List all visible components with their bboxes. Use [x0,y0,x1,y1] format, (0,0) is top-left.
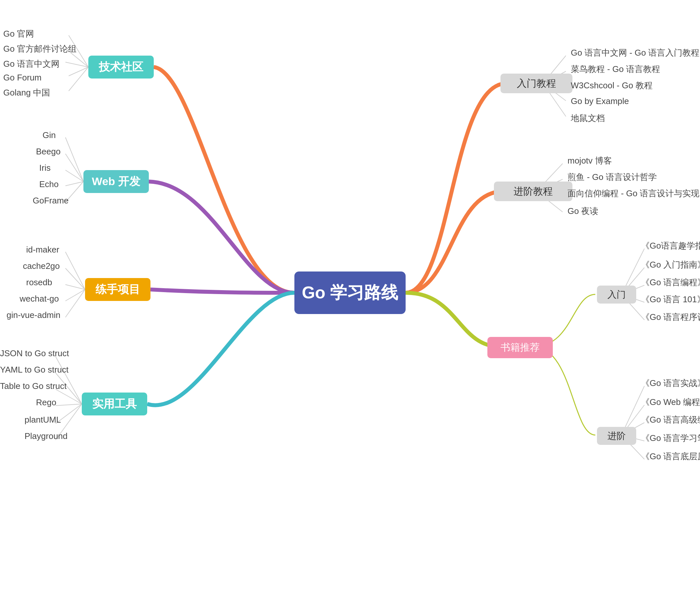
category-lianshi[interactable]: 练手项目 [85,278,151,301]
category-web[interactable]: Web 开发 [83,170,149,193]
shiyong-item-3: Rego [36,397,56,407]
shujian-rumen-4: 《Go 语言程序设计》 [641,311,700,323]
lianshi-item-4: gin-vue-admin [7,310,61,320]
shujian-jinjie-4: 《Go 语言底层原理剖析》 [641,451,700,462]
lianshi-item-1: cache2go [23,261,60,271]
jinjie-teach-item-3: Go 夜读 [568,206,598,217]
shiyong-item-1: YAML to Go struct [0,365,69,375]
lianshi-item-2: rosedb [26,277,52,288]
svg-line-18 [56,404,82,406]
shiyong-item-4: plantUML [25,415,61,425]
shujian-jinjie-label: 进阶 [597,427,636,445]
svg-line-7 [65,170,83,182]
web-item-1: Beego [36,146,61,157]
rumen-item-3: Go by Example [571,96,629,106]
shujian-rumen-3: 《Go 语言 101》 [641,294,700,305]
node-shujian[interactable]: 书籍推荐 [488,337,553,358]
jinjie-teach-item-1: 煎鱼 - Go 语言设计哲学 [568,171,657,183]
shiyong-item-2: Table to Go struct [0,381,67,391]
shujian-rumen-0: 《Go语言趣学指南》 [641,240,700,251]
shujian-jinjie-3: 《Go 语言学习笔记》 [641,432,700,444]
jinjie-teach-item-2: 面向信仰编程 - Go 语言设计与实现 [568,188,699,199]
svg-line-6 [65,154,83,182]
svg-line-13 [65,289,85,301]
shujian-jinjie-2: 《Go 语言高级编程》 [641,414,700,426]
lianshi-item-3: wechat-go [20,294,59,304]
node-jinjie-teach[interactable]: 进阶教程 [494,182,572,201]
svg-line-4 [69,67,88,91]
jishu-item-3: Go Forum [3,73,41,83]
svg-line-3 [69,67,88,76]
jishu-item-1: Go 官方邮件讨论组 [3,43,77,55]
shujian-rumen-2: 《Go 语言编程》 [641,277,700,288]
jishu-item-4: Golang 中国 [3,87,50,99]
web-item-4: GoFrame [33,196,69,206]
jinjie-teach-item-0: mojotv 博客 [568,155,612,167]
category-shiyong[interactable]: 实用工具 [82,392,147,415]
web-item-2: Iris [39,163,51,173]
rumen-item-1: 菜鸟教程 - Go 语言教程 [571,64,660,75]
jishu-item-2: Go 语言中文网 [3,58,60,70]
lianshi-item-0: id-maker [26,245,59,255]
shujian-jinjie-0: 《Go 语言实战》 [641,378,700,389]
category-jishu[interactable]: 技术社区 [88,56,154,78]
svg-line-12 [65,285,85,289]
shujian-rumen-label: 入门 [597,286,636,303]
web-item-0: Gin [42,130,56,140]
svg-line-8 [65,182,83,186]
shiyong-item-0: JSON to Go struct [0,348,69,358]
node-rumen[interactable]: 入门教程 [501,74,572,93]
center-node: Go 学习路线 [294,272,406,314]
svg-line-11 [65,268,85,289]
rumen-item-4: 地鼠文档 [571,113,605,124]
svg-line-10 [65,252,85,289]
shujian-rumen-1: 《Go 入门指南》 [641,259,700,271]
rumen-item-2: W3Cshcool - Go 教程 [571,80,652,91]
shiyong-item-5: Playground [25,431,68,441]
svg-line-5 [65,138,83,182]
web-item-3: Echo [39,179,59,190]
rumen-item-0: Go 语言中文网 - Go 语言入门教程 [571,47,699,58]
svg-line-14 [65,289,85,317]
jishu-item-0: Go 官网 [3,28,34,40]
shujian-jinjie-1: 《Go Web 编程》 [641,396,700,408]
